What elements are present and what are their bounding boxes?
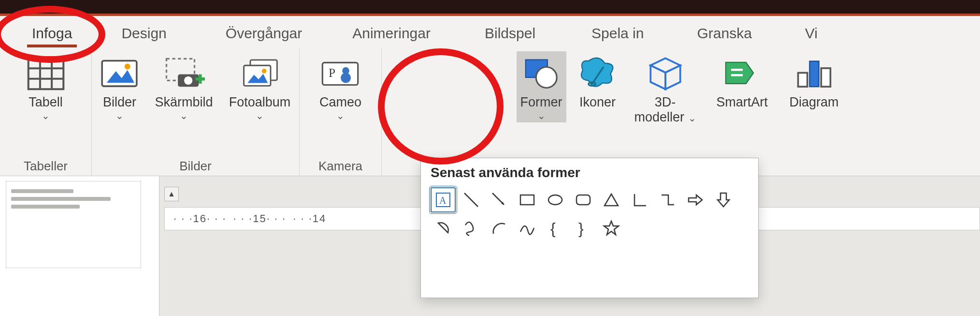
icons-icon bbox=[577, 55, 619, 92]
svg-text:}: } bbox=[578, 220, 584, 237]
tab-overgangar[interactable]: Övergångar bbox=[212, 22, 316, 43]
group-label: Tabeller bbox=[24, 157, 68, 174]
shape-right-brace[interactable]: } bbox=[571, 215, 596, 241]
svg-marker-44 bbox=[718, 193, 729, 207]
chevron-down-icon: ⌄ bbox=[537, 111, 546, 120]
svg-point-40 bbox=[548, 195, 562, 205]
pictures-button[interactable]: Bilder ⌄ bbox=[95, 51, 144, 122]
ruler-segment: · · ·14 bbox=[293, 212, 326, 225]
chevron-down-icon: ⌄ bbox=[336, 111, 345, 120]
shape-text-box[interactable]: A bbox=[431, 187, 456, 212]
ruler-segment: · · ·15· · · bbox=[233, 212, 287, 225]
tab-label: Vi bbox=[805, 25, 818, 41]
svg-rect-31 bbox=[798, 73, 807, 87]
tab-label: Bildspel bbox=[485, 25, 535, 41]
tab-granska[interactable]: Granska bbox=[683, 22, 765, 43]
shapes-recent-grid: A { } bbox=[431, 187, 749, 241]
shape-down-arrow[interactable] bbox=[711, 187, 736, 212]
shape-curve[interactable] bbox=[515, 215, 540, 241]
models3d-button[interactable]: 3D- modeller ⌄ bbox=[629, 51, 702, 127]
button-label: Bilder bbox=[103, 95, 136, 110]
screenshot-button[interactable]: Skärmbild ⌄ bbox=[151, 51, 216, 122]
ribbon-tabs: Infoga Design Övergångar Animeringar Bil… bbox=[0, 14, 980, 48]
group-illustrations: Former ⌄ Ikoner 3D- modeller ⌄ bbox=[382, 48, 980, 176]
chart-button[interactable]: Diagram bbox=[783, 51, 846, 112]
tab-infoga[interactable]: Infoga bbox=[18, 22, 86, 43]
tab-label: Animeringar bbox=[352, 25, 431, 41]
svg-rect-39 bbox=[520, 195, 534, 205]
cube-icon bbox=[645, 55, 686, 92]
svg-rect-41 bbox=[576, 195, 590, 205]
svg-point-10 bbox=[184, 76, 192, 84]
button-label-2: modeller bbox=[634, 110, 684, 124]
vertical-scroll-up-button[interactable]: ▲ bbox=[164, 187, 179, 201]
shape-arc[interactable] bbox=[487, 215, 512, 241]
svg-marker-42 bbox=[605, 194, 618, 206]
button-label: 3D- bbox=[655, 95, 676, 110]
svg-point-7 bbox=[125, 64, 130, 70]
button-label: Tabell bbox=[29, 95, 63, 110]
shape-rectangle[interactable] bbox=[515, 187, 540, 212]
shape-right-angle[interactable] bbox=[627, 187, 652, 212]
shape-star[interactable] bbox=[599, 215, 624, 241]
tab-label: Infoga bbox=[32, 25, 72, 41]
shapes-dropdown-header: Senast använda former bbox=[431, 165, 749, 181]
svg-point-22 bbox=[536, 67, 557, 88]
chart-icon bbox=[793, 55, 835, 92]
button-label: SmartArt bbox=[716, 95, 768, 110]
chevron-down-icon: ⌄ bbox=[42, 111, 50, 120]
tab-visa[interactable]: Vi bbox=[792, 22, 831, 43]
svg-marker-26 bbox=[650, 65, 665, 89]
shape-triangle[interactable] bbox=[599, 187, 624, 212]
tab-bildspel[interactable]: Bildspel bbox=[471, 22, 549, 43]
shape-left-brace[interactable]: { bbox=[543, 215, 568, 241]
tab-animeringar[interactable]: Animeringar bbox=[339, 22, 444, 43]
shape-rounded-rectangle[interactable] bbox=[571, 187, 596, 212]
group-label: Kamera bbox=[318, 157, 362, 174]
smartart-icon bbox=[721, 55, 763, 92]
svg-rect-12 bbox=[199, 74, 202, 83]
photoalbum-button[interactable]: Fotoalbum ⌄ bbox=[224, 51, 296, 122]
chevron-down-icon: ⌄ bbox=[115, 111, 124, 120]
icons-button[interactable]: Ikoner bbox=[573, 51, 622, 112]
ribbon: Tabell ⌄ Tabeller Bilder ⌄ Skärmbild ⌄ bbox=[0, 48, 980, 176]
cameo-icon: P bbox=[319, 55, 361, 92]
button-label: Former bbox=[520, 95, 562, 110]
shape-line-arrow[interactable] bbox=[487, 187, 512, 212]
table-icon bbox=[25, 55, 67, 92]
svg-rect-32 bbox=[809, 61, 819, 87]
slide-thumbnail-panel[interactable] bbox=[0, 176, 159, 316]
svg-rect-17 bbox=[323, 62, 358, 85]
tab-label: Spela in bbox=[591, 25, 644, 41]
chevron-down-icon: ⌄ bbox=[180, 111, 188, 120]
shape-oval[interactable] bbox=[543, 187, 568, 212]
svg-text:A: A bbox=[439, 195, 447, 206]
tab-label: Granska bbox=[697, 25, 751, 41]
button-label: Ikoner bbox=[579, 95, 616, 110]
group-camera: P Cameo ⌄ Kamera bbox=[300, 48, 382, 176]
shapes-icon bbox=[520, 55, 562, 92]
button-label: Diagram bbox=[789, 95, 838, 110]
svg-text:{: { bbox=[550, 220, 556, 237]
svg-point-20 bbox=[343, 67, 350, 74]
tab-label: Övergångar bbox=[226, 25, 302, 41]
svg-point-16 bbox=[261, 69, 266, 74]
tab-design[interactable]: Design bbox=[108, 22, 180, 43]
shape-scribble[interactable] bbox=[459, 215, 484, 241]
shape-elbow-connector[interactable] bbox=[655, 187, 680, 212]
group-label: Bilder bbox=[179, 157, 211, 174]
smartart-button[interactable]: SmartArt bbox=[708, 51, 776, 112]
shapes-dropdown: Senast använda former A { } bbox=[420, 158, 759, 298]
shape-line[interactable] bbox=[459, 187, 484, 212]
tab-spela-in[interactable]: Spela in bbox=[578, 22, 657, 43]
slide-thumbnail[interactable] bbox=[6, 181, 141, 268]
shape-right-arrow[interactable] bbox=[683, 187, 708, 212]
cameo-button[interactable]: P Cameo ⌄ bbox=[316, 51, 365, 122]
shape-chord[interactable] bbox=[431, 215, 456, 241]
photoalbum-icon bbox=[239, 55, 281, 92]
group-images: Bilder ⌄ Skärmbild ⌄ Fotoalbum ⌄ Bilder bbox=[92, 48, 300, 176]
group-tables: Tabell ⌄ Tabeller bbox=[0, 48, 92, 176]
button-label: Skärmbild bbox=[155, 95, 213, 110]
table-button[interactable]: Tabell ⌄ bbox=[21, 51, 71, 122]
shapes-button[interactable]: Former ⌄ bbox=[517, 51, 566, 122]
